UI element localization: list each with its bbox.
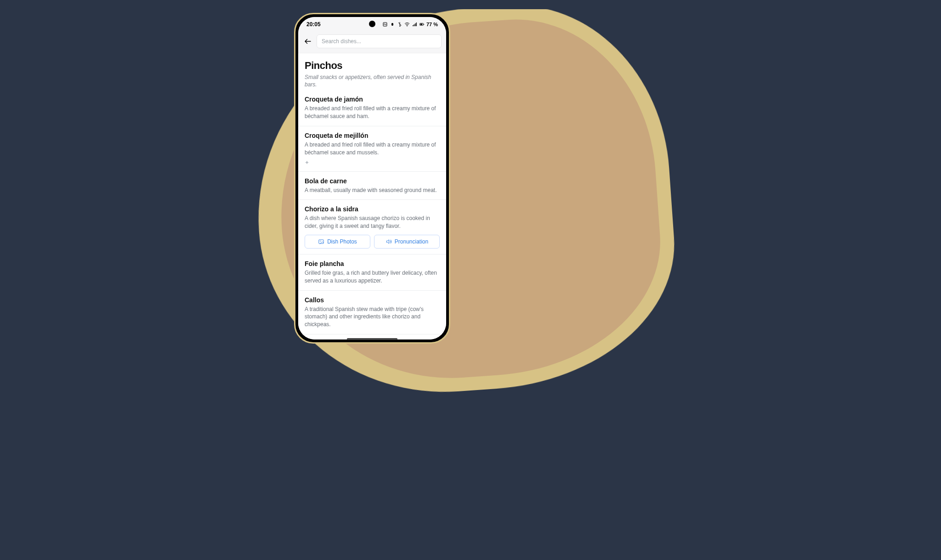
button-label: Dish Photos [327, 238, 357, 245]
dish-extra-icon: ✦ [305, 159, 440, 166]
dish-description: A traditional Spanish stew made with tri… [305, 305, 440, 328]
dish-name: Croqueta de jamón [305, 96, 440, 103]
phone-frame: 20:05 77 % [294, 13, 450, 344]
category-subtitle: Small snacks or appetizers, often served… [305, 74, 440, 88]
category-title: Pinchos [305, 60, 440, 72]
dish-name: Croqueta de mejillón [305, 132, 440, 139]
back-button[interactable] [303, 36, 313, 46]
dish-item[interactable]: Croqueta de mejillón A breaded and fried… [298, 126, 446, 172]
svg-point-7 [320, 241, 321, 242]
dish-name: Callos [305, 296, 440, 304]
search-bar [298, 32, 446, 53]
screen: 20:05 77 % [298, 17, 446, 339]
dish-item[interactable]: Chorizo a la sidra A dish where Spanish … [298, 200, 446, 255]
battery-icon [419, 22, 425, 27]
signal-icon [412, 22, 417, 27]
button-label: Pronunciation [395, 238, 428, 245]
svg-rect-1 [391, 23, 393, 26]
sound-icon [385, 238, 392, 245]
dish-description: Grilled foie gras, a rich and buttery li… [305, 269, 440, 285]
svg-point-2 [407, 26, 408, 27]
dish-description: A breaded and fried roll filled with a c… [305, 141, 440, 157]
debug-icon [390, 22, 395, 27]
dish-item[interactable]: Croqueta de jamón A breaded and fried ro… [298, 90, 446, 126]
dish-item[interactable]: Foie plancha Grilled foie gras, a rich a… [298, 255, 446, 291]
dish-description: A dish where Spanish sausage chorizo is … [305, 215, 440, 230]
pronunciation-button[interactable]: Pronunciation [374, 235, 440, 249]
image-icon [318, 238, 324, 245]
dish-actions: Dish Photos Pronunciation [305, 235, 440, 249]
nfc-icon [382, 22, 388, 27]
svg-rect-4 [424, 24, 424, 25]
arrow-left-icon [304, 37, 312, 45]
svg-rect-5 [420, 24, 422, 25]
dish-photos-button[interactable]: Dish Photos [305, 235, 370, 249]
dish-item[interactable]: Bola de carne A meatball, usually made w… [298, 172, 446, 200]
status-icons: 77 % [382, 22, 438, 27]
dish-name: Foie plancha [305, 260, 440, 267]
bluetooth-icon [397, 22, 402, 27]
dish-description: A meatball, usually made with seasoned g… [305, 187, 440, 194]
status-time: 20:05 [306, 21, 321, 28]
wifi-icon [404, 22, 410, 27]
camera-hole [369, 21, 375, 27]
home-indicator [347, 338, 397, 340]
search-input[interactable] [317, 34, 442, 48]
dish-item[interactable]: Callos A traditional Spanish stew made w… [298, 291, 446, 334]
dish-description: A breaded and fried roll filled with a c… [305, 105, 440, 120]
dish-name: Bola de carne [305, 177, 440, 185]
dish-name: Chorizo a la sidra [305, 205, 440, 213]
battery-text: 77 % [426, 22, 438, 27]
category-header: Pinchos Small snacks or appetizers, ofte… [298, 53, 446, 90]
dish-list[interactable]: Pinchos Small snacks or appetizers, ofte… [298, 53, 446, 339]
